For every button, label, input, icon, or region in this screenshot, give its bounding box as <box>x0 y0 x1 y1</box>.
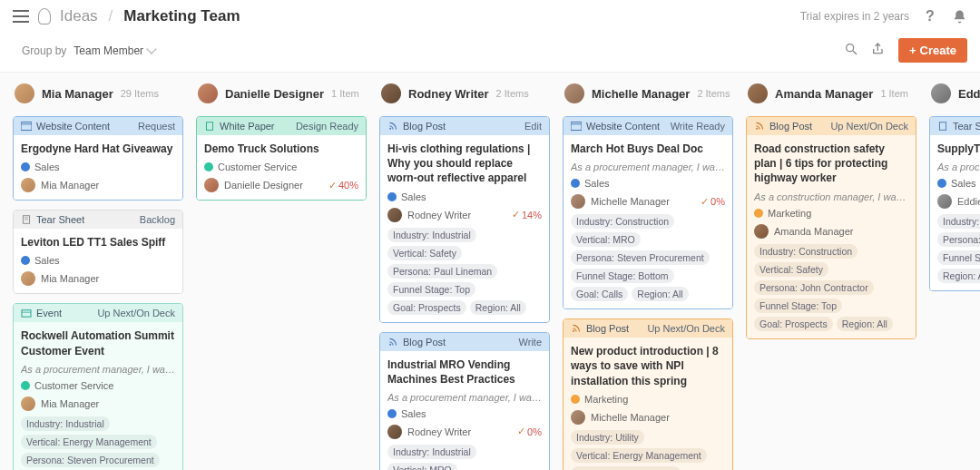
card[interactable]: Website Content Request Ergodyne Hard Ha… <box>13 116 183 201</box>
tag[interactable]: Industry: Construction <box>754 244 858 259</box>
search-icon[interactable] <box>844 42 858 59</box>
breadcrumb-section[interactable]: Ideas <box>60 7 98 25</box>
card-story: As a procurement manager, I want to know… <box>571 162 725 172</box>
card[interactable]: Blog Post Edit Hi-vis clothing regulatio… <box>379 116 550 323</box>
card[interactable]: Event Up Next/On Deck Rockwell Automatio… <box>13 303 183 470</box>
tag[interactable]: Region: All <box>470 300 526 315</box>
card-title: Rockwell Automation Summit Customer Even… <box>21 328 175 357</box>
card-owner: Mia Manager <box>21 397 175 411</box>
column-rodney: Rodney Writer 2 Items Blog Post Edit Hi-… <box>379 83 550 470</box>
card[interactable]: Blog Post Up Next/On Deck New product in… <box>563 318 733 470</box>
tag[interactable]: Vertical: MRO <box>387 463 457 470</box>
column-header[interactable]: Michelle Manager 2 Items <box>563 83 733 107</box>
card-status: Edit <box>524 121 542 132</box>
tag[interactable]: Industry: Construction <box>571 214 674 229</box>
svg-rect-17 <box>939 122 946 131</box>
card[interactable]: Blog Post Write Industrial MRO Vending M… <box>379 332 550 470</box>
tag[interactable]: Industry: Industrial <box>387 445 476 459</box>
rss-icon <box>571 324 582 333</box>
create-label: Create <box>920 44 956 57</box>
card-status: Request <box>138 121 175 132</box>
tag[interactable]: Funnel Stage: Top <box>387 282 475 297</box>
tag[interactable]: Vertical: MRO <box>571 232 641 247</box>
svg-rect-2 <box>21 122 32 131</box>
tag[interactable]: Goal: Calls <box>571 287 628 301</box>
tag[interactable]: Industry: Indus <box>937 214 980 229</box>
card-type: Blog Post <box>403 121 446 132</box>
hamburger-icon[interactable] <box>13 10 29 23</box>
card-owner: Eddie Editor <box>937 194 980 209</box>
tag[interactable]: Persona: Steve <box>937 232 980 247</box>
card-tags: Industry: Utility Vertical: Energy Manag… <box>571 430 725 470</box>
card-tags: Industry: Indus Persona: Steve Funnel St… <box>937 214 980 283</box>
tag[interactable]: Persona: Paul Lineman <box>571 466 681 470</box>
card-head: Blog Post Up Next/On Deck <box>564 319 732 338</box>
breadcrumb-page[interactable]: Marketing Team <box>123 7 240 25</box>
column-header[interactable]: Mia Manager 29 Items <box>13 83 183 107</box>
tag[interactable]: Region: All <box>937 269 980 283</box>
tag[interactable]: Region: All <box>837 317 893 331</box>
column-name: Rodney Writer <box>408 87 489 101</box>
avatar <box>387 208 402 222</box>
document-icon <box>204 122 215 131</box>
card-title: March Hot Buys Deal Doc <box>571 142 725 156</box>
card-body: Road construction safety plan | 6 tips f… <box>747 135 916 338</box>
check-icon: ✓ <box>512 209 520 220</box>
column-header[interactable]: Danielle Designer 1 Item <box>196 83 367 107</box>
tag[interactable]: Funnel Stage: Bottom <box>571 269 674 283</box>
column-count: 2 Items <box>697 88 730 99</box>
card[interactable]: Website Content Write Ready March Hot Bu… <box>563 116 733 309</box>
card-tags: Industry: Construction Vertical: MRO Per… <box>571 214 725 301</box>
tag[interactable]: Goal: Prospects <box>387 300 466 315</box>
tag[interactable]: Persona: John Contractor <box>754 280 874 295</box>
column-header[interactable]: Amanda Manager 1 Item <box>746 83 916 107</box>
card-owner: Danielle Designer✓40% <box>204 178 358 192</box>
card-head: Website Content Request <box>14 117 182 135</box>
tag[interactable]: Vertical: Energy Management <box>571 448 707 463</box>
svg-rect-7 <box>22 310 31 318</box>
dot-icon <box>571 179 580 188</box>
avatar <box>937 194 952 209</box>
card-status: Design Ready <box>296 121 358 132</box>
card[interactable]: Blog Post Up Next/On Deck Road construct… <box>746 116 916 339</box>
card-head: Tear Sheet <box>930 117 980 135</box>
card-body: Rockwell Automation Summit Customer Even… <box>14 322 182 470</box>
tag[interactable]: Industry: Utility <box>571 430 644 445</box>
card-status: Write <box>519 337 542 348</box>
bell-icon[interactable] <box>951 8 967 24</box>
card-title: New product introduction | 8 ways to sav… <box>571 344 725 388</box>
tag[interactable]: Vertical: Safety <box>754 262 828 277</box>
tag[interactable]: Region: All <box>632 287 688 301</box>
tag[interactable]: Persona: Steven Procurement <box>21 453 160 467</box>
check-icon: ✓ <box>701 196 709 208</box>
help-icon[interactable]: ? <box>922 8 938 24</box>
card-status: Write Ready <box>671 121 725 132</box>
tag[interactable]: Persona: Steven Procurement <box>571 250 710 265</box>
card-story: As a procurement manager, I want to maxi… <box>387 392 542 403</box>
tag[interactable]: Vertical: Energy Management <box>21 435 157 449</box>
tag[interactable]: Persona: Paul Lineman <box>387 264 497 279</box>
card-pct: ✓40% <box>328 180 358 191</box>
card[interactable]: White Paper Design Ready Demo Truck Solu… <box>196 116 367 201</box>
tag[interactable]: Industry: Industrial <box>21 416 110 431</box>
card-head: Website Content Write Ready <box>564 117 732 135</box>
create-button[interactable]: + Create <box>898 38 967 63</box>
card-body: Hi-vis clothing regulations | Why you sh… <box>380 135 549 322</box>
tag[interactable]: Goal: Prospects <box>754 317 833 331</box>
tag[interactable]: Vertical: Safety <box>387 246 462 260</box>
tag[interactable]: Industry: Industrial <box>387 228 476 242</box>
website-icon <box>571 122 582 131</box>
card[interactable]: Tear Sheet Backlog Leviton LED TT1 Sales… <box>13 210 183 294</box>
card-story: As a procurement manager, I want to unde… <box>21 364 175 375</box>
groupby-select[interactable]: Team Member <box>74 44 155 57</box>
avatar <box>204 178 219 192</box>
tag[interactable]: Funnel Stage: Top <box>754 299 842 313</box>
column-header[interactable]: Rodney Writer 2 Items <box>379 83 550 107</box>
share-icon[interactable] <box>871 42 886 59</box>
column-header[interactable]: Eddie Ed <box>929 83 980 107</box>
avatar <box>198 83 218 103</box>
tag[interactable]: Funnel Stage: E <box>937 250 980 265</box>
breadcrumb-sep: / <box>109 7 113 25</box>
card-owner: Rodney Writer✓14% <box>387 208 542 222</box>
card[interactable]: Tear Sheet SupplyTrax™ As a procuremen S… <box>929 116 980 291</box>
